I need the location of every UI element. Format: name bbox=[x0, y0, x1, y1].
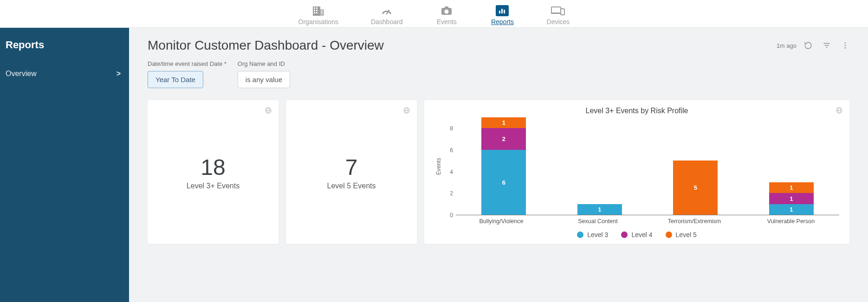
top-nav: Organisations Dashboard Events Reports bbox=[0, 0, 868, 28]
svg-rect-2 bbox=[314, 7, 315, 9]
filter-icon[interactable] bbox=[823, 41, 831, 50]
legend-item[interactable]: Level 4 bbox=[621, 231, 652, 238]
svg-rect-3 bbox=[316, 7, 317, 9]
legend-label: Level 3 bbox=[587, 231, 608, 238]
legend-item[interactable]: Level 3 bbox=[577, 231, 608, 238]
more-icon[interactable] bbox=[841, 41, 849, 50]
chart-title: Level 3+ Events by Risk Profile bbox=[434, 107, 839, 115]
camera-icon bbox=[440, 5, 453, 16]
sidebar-item-label: Overview bbox=[6, 70, 37, 78]
legend-label: Level 5 bbox=[676, 231, 697, 238]
nav-organisations[interactable]: Organisations bbox=[294, 0, 343, 27]
svg-rect-14 bbox=[499, 11, 500, 13]
svg-rect-15 bbox=[501, 9, 503, 13]
devices-icon bbox=[551, 5, 565, 16]
metric-label: Level 5 Events bbox=[327, 182, 376, 190]
legend-swatch bbox=[666, 231, 672, 238]
bar-stack[interactable]: 111 bbox=[769, 182, 814, 215]
building-icon bbox=[312, 5, 324, 16]
nav-events[interactable]: Events bbox=[430, 0, 463, 27]
svg-rect-12 bbox=[445, 6, 448, 9]
svg-rect-7 bbox=[316, 12, 317, 13]
nav-label: Organisations bbox=[298, 18, 338, 26]
nav-dashboard[interactable]: Dashboard bbox=[366, 0, 408, 27]
y-axis-label: Events bbox=[434, 118, 443, 215]
filter-date-value[interactable]: Year To Date bbox=[148, 71, 203, 88]
chart-legend: Level 3Level 4Level 5 bbox=[434, 231, 839, 238]
y-tick: 6 bbox=[450, 147, 453, 154]
globe-icon[interactable] bbox=[836, 107, 843, 116]
x-tick: Sexual Content bbox=[570, 218, 626, 225]
bar-segment[interactable]: 1 bbox=[769, 204, 814, 215]
nav-label: Events bbox=[437, 18, 457, 26]
nav-reports[interactable]: Reports bbox=[486, 0, 518, 27]
bar-segment[interactable]: 1 bbox=[481, 117, 526, 128]
nav-label: Dashboard bbox=[371, 18, 403, 26]
sidebar: Reports Overview > bbox=[0, 28, 129, 302]
chart-plot: 62115111 bbox=[456, 118, 839, 215]
legend-label: Level 4 bbox=[631, 231, 652, 238]
chevron-right-icon: > bbox=[117, 70, 121, 78]
svg-rect-9 bbox=[321, 13, 322, 13]
bar-segment[interactable]: 2 bbox=[481, 128, 526, 150]
page-actions: 1m ago bbox=[777, 41, 849, 50]
filter-org-value[interactable]: is any value bbox=[238, 71, 290, 88]
legend-swatch bbox=[577, 231, 583, 238]
globe-icon[interactable] bbox=[265, 107, 272, 116]
filter-org-label: Org Name and ID bbox=[238, 60, 290, 67]
nav-devices[interactable]: Devices bbox=[542, 0, 574, 27]
svg-rect-17 bbox=[551, 7, 561, 13]
refresh-icon[interactable] bbox=[804, 41, 812, 50]
svg-point-23 bbox=[845, 42, 846, 44]
x-tick: Terrorism/Extremism bbox=[667, 218, 722, 225]
y-tick: 4 bbox=[450, 169, 453, 175]
y-tick: 2 bbox=[450, 190, 453, 197]
svg-rect-19 bbox=[561, 9, 564, 15]
globe-icon[interactable] bbox=[403, 107, 410, 116]
x-tick: Bullying/Violence bbox=[473, 218, 529, 225]
svg-rect-16 bbox=[504, 10, 505, 13]
bar-stack[interactable]: 5 bbox=[673, 161, 718, 215]
nav-label: Devices bbox=[547, 18, 570, 26]
legend-swatch bbox=[621, 231, 628, 238]
bar-segment[interactable]: 6 bbox=[481, 150, 526, 215]
page-title: Monitor Customer Dashboard - Overview bbox=[148, 38, 384, 53]
metric-value: 7 bbox=[345, 154, 358, 180]
bar-segment[interactable]: 1 bbox=[769, 193, 814, 204]
bar-chart-icon bbox=[496, 5, 509, 16]
svg-point-13 bbox=[445, 9, 449, 13]
filter-date-label: Date/time event raised Date * bbox=[148, 60, 227, 67]
bar-stack[interactable]: 621 bbox=[481, 117, 526, 215]
legend-item[interactable]: Level 5 bbox=[666, 231, 697, 238]
filters: Date/time event raised Date * Year To Da… bbox=[148, 60, 849, 88]
content: Monitor Customer Dashboard - Overview 1m… bbox=[129, 28, 868, 302]
svg-rect-8 bbox=[321, 11, 322, 12]
svg-rect-6 bbox=[314, 12, 315, 13]
y-axis: 02468 bbox=[443, 118, 456, 215]
sidebar-title: Reports bbox=[0, 39, 129, 65]
metric-label: Level 3+ Events bbox=[187, 182, 240, 190]
x-axis: Bullying/ViolenceSexual ContentTerrorism… bbox=[453, 218, 839, 225]
sidebar-item-overview[interactable]: Overview > bbox=[0, 65, 129, 83]
y-tick: 8 bbox=[450, 125, 453, 132]
metric-value: 18 bbox=[201, 154, 225, 180]
bar-segment[interactable]: 1 bbox=[577, 204, 622, 215]
svg-point-24 bbox=[845, 45, 846, 46]
bar-segment[interactable]: 1 bbox=[769, 182, 814, 193]
last-updated: 1m ago bbox=[777, 42, 797, 49]
chart-card-risk-profile: Level 3+ Events by Risk Profile Events 0… bbox=[424, 100, 849, 244]
svg-point-25 bbox=[845, 47, 846, 49]
svg-rect-4 bbox=[314, 10, 315, 11]
bar-segment[interactable]: 5 bbox=[673, 161, 718, 215]
svg-rect-18 bbox=[551, 13, 561, 14]
metric-card-level3plus: 18 Level 3+ Events bbox=[148, 100, 279, 244]
x-tick: Vulnerable Person bbox=[763, 218, 819, 225]
metric-card-level5: 7 Level 5 Events bbox=[286, 100, 417, 244]
y-tick: 0 bbox=[450, 212, 453, 218]
gauge-icon bbox=[381, 5, 393, 16]
nav-label: Reports bbox=[491, 18, 514, 26]
bar-stack[interactable]: 1 bbox=[577, 204, 622, 215]
svg-rect-5 bbox=[316, 10, 317, 11]
